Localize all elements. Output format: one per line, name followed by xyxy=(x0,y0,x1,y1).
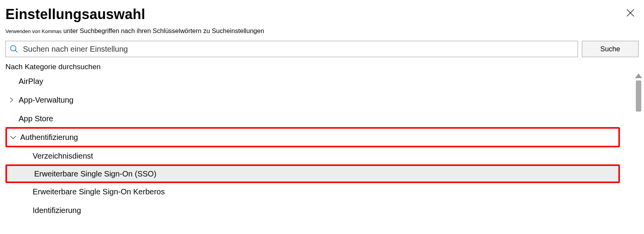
chevron-down-icon xyxy=(10,134,16,140)
category-app-management[interactable]: App-Verwaltung xyxy=(0,91,629,109)
category-app-store[interactable]: App Store xyxy=(0,109,629,128)
panel-title: Einstellungsauswahl xyxy=(5,6,145,23)
category-label: App-Verwaltung xyxy=(19,96,73,105)
panel-subtitle: Verwenden von Kommas unter Suchbegriffen… xyxy=(5,27,639,35)
scroll-up-icon[interactable] xyxy=(635,73,642,78)
search-icon xyxy=(10,45,18,53)
auth-item-sso-extensible[interactable]: Erweiterbare Single Sign-On (SSO) xyxy=(7,166,618,182)
auth-item-identification[interactable]: Identifizierung xyxy=(0,201,629,220)
highlight-sso-extensible: Erweiterbare Single Sign-On (SSO) xyxy=(5,164,620,183)
svg-point-2 xyxy=(10,45,16,51)
close-icon[interactable] xyxy=(626,6,639,19)
item-label: Erweiterbare Single Sign-On Kerberos xyxy=(33,187,165,196)
item-label: Verzeichnisdienst xyxy=(33,152,93,161)
auth-item-directory-service[interactable]: Verzeichnisdienst xyxy=(0,147,629,165)
chevron-right-icon xyxy=(9,97,14,103)
category-label: App Store xyxy=(19,114,53,123)
highlight-authentication: Authentifizierung xyxy=(5,127,620,147)
search-button[interactable]: Suche xyxy=(582,41,639,57)
category-label: AirPlay xyxy=(19,77,43,86)
auth-item-sso-kerberos[interactable]: Erweiterbare Single Sign-On Kerberos xyxy=(0,182,629,201)
item-label: Identifizierung xyxy=(33,206,81,215)
scrollbar[interactable] xyxy=(635,73,642,220)
category-label: Authentifizierung xyxy=(20,133,78,142)
search-box[interactable] xyxy=(5,41,578,57)
item-label: Erweiterbare Single Sign-On (SSO) xyxy=(34,169,157,178)
svg-line-3 xyxy=(15,50,17,52)
search-input[interactable] xyxy=(22,44,574,54)
scroll-thumb[interactable] xyxy=(636,80,641,112)
category-authentication[interactable]: Authentifizierung xyxy=(7,129,618,146)
category-airplay[interactable]: AirPlay xyxy=(0,72,629,91)
browse-label: Nach Kategorie durchsuchen xyxy=(5,63,639,71)
